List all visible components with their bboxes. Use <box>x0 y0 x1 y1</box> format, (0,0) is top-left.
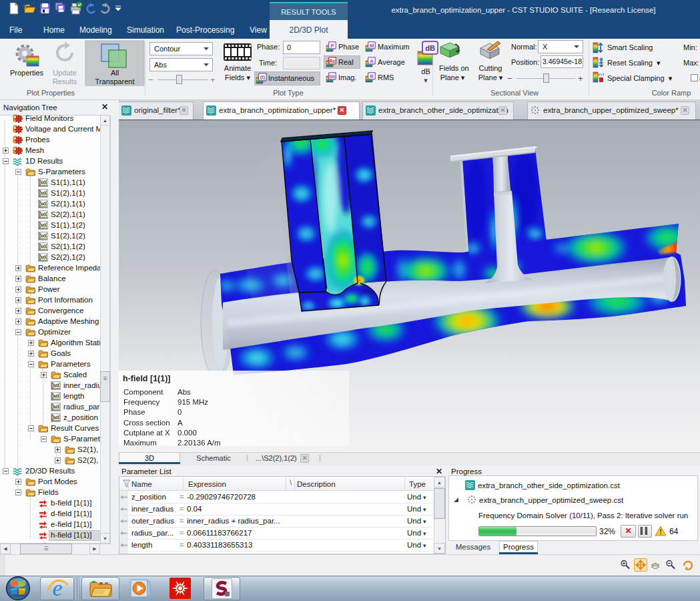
svg-text:!: ! <box>659 528 661 536</box>
svg-text:(t): (t) <box>260 75 265 80</box>
svg-text:dB: dB <box>425 44 435 52</box>
svg-text:Re: Re <box>329 58 336 64</box>
svg-text:Im: Im <box>330 73 336 79</box>
svg-text:M: M <box>370 43 374 49</box>
svg-text:XYT: XYT <box>598 73 604 77</box>
svg-text:P: P <box>330 43 334 49</box>
svg-text:R: R <box>370 73 374 79</box>
svg-text:A: A <box>370 58 374 64</box>
